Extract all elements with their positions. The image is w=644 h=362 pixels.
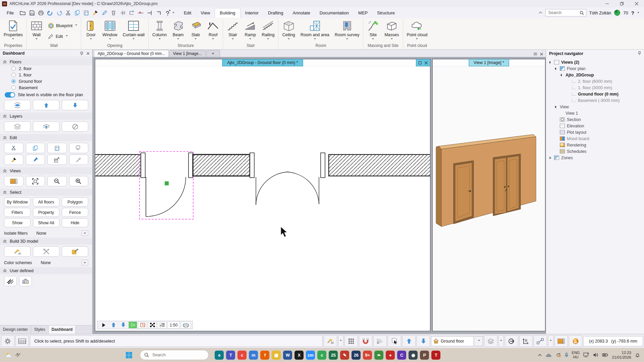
masses-button[interactable]: Masses [382,19,401,43]
build-3d-button[interactable]: 3D [4,246,31,257]
menu-edit[interactable]: Edit [179,8,196,17]
floor-option-basement[interactable]: Basement [0,84,92,91]
taskbar-app-chrome-profile[interactable]: c [317,351,326,360]
tree-item-elevation[interactable]: Elevation [546,123,644,129]
tab-dashboard[interactable]: Dashboard [49,325,76,334]
save-icon[interactable] [28,9,36,17]
menu-view[interactable]: View [196,8,215,17]
select-show-all-button[interactable]: Show All [33,218,59,227]
tree-item-view[interactable]: View [546,104,644,110]
tree-item-views-2[interactable]: Views (2) [546,59,644,65]
zoom-in-button[interactable] [69,176,89,186]
notifications-bell-icon[interactable]: z [635,353,640,358]
ramp-button[interactable]: Ramp [241,19,259,43]
window-close-icon[interactable] [425,61,428,64]
taskbar-app-paint-app[interactable]: P [420,351,429,360]
polyline-mode-button[interactable] [534,335,547,347]
floor-down-icon[interactable] [119,321,127,328]
floor-down-status-button[interactable] [417,335,430,347]
door-button[interactable]: Door [82,19,100,43]
layers-dropdown[interactable] [498,335,504,347]
active-floor-dropdown[interactable] [475,336,483,346]
section-header-edit[interactable]: Edit [0,134,92,141]
drawing-scale[interactable]: 1:50 [167,321,180,328]
copy-properties-button[interactable] [69,143,89,153]
collapse-ribbon-icon[interactable] [539,11,542,14]
section-header-views[interactable]: Views [0,167,92,174]
tree-item-mood-board[interactable]: Mood board [546,135,644,142]
taskbar-app-c-app[interactable]: C [397,351,406,360]
view-3d-window[interactable]: View 1 [Image] * [432,59,545,331]
view-3d-window-title[interactable]: View 1 [Image] * [469,59,509,66]
blueprint-button[interactable]: Blueprint [46,22,79,29]
isolate-filters-value[interactable]: None [36,231,46,236]
clock-widget[interactable]: 12:2321/01/2026 [612,350,631,360]
floorplan-display-icon[interactable] [138,321,147,328]
view-3d-canvas[interactable] [433,66,545,331]
magic-wand-button[interactable] [69,155,89,165]
collapse-icon[interactable] [560,74,564,76]
railing-button[interactable]: Railing [259,19,277,43]
pin-icon[interactable] [638,51,641,55]
floor-up-icon[interactable] [109,321,118,328]
new-view-button[interactable] [4,176,23,186]
help-dropdown-caret[interactable] [637,12,639,14]
copy-icon[interactable] [73,9,82,17]
search-icon[interactable] [580,11,584,15]
menu-annotate[interactable]: Annotate [288,8,315,17]
ceiling-button[interactable]: Ceiling [279,19,298,43]
undo-icon[interactable] [46,9,54,17]
pen-icon[interactable] [100,9,109,17]
new-tab-button[interactable]: + [206,50,220,57]
paste-icon[interactable] [82,9,91,17]
polyline-dropdown[interactable] [548,335,553,347]
floor-up-button[interactable] [33,100,59,110]
new-image-view-button[interactable] [554,335,568,347]
active-floor-select[interactable]: 1 Ground floor [431,336,474,346]
grid-toggle-button[interactable] [344,335,358,347]
hatch-display-icon[interactable] [148,321,157,328]
weather-widget[interactable]: -5° [0,352,26,358]
pin-icon[interactable] [80,52,83,55]
trim-icon[interactable] [146,9,154,17]
taskbar-app-pin-app[interactable]: ● [386,351,395,360]
what-is-this-icon[interactable] [164,9,172,17]
modify-dimension-icon[interactable] [127,9,136,17]
slab-button[interactable]: Slab [187,19,204,43]
floorplan-window-title[interactable]: Ajto_2DGroup - Ground floor (0 mm) * [222,59,303,66]
isolate-filters-dropdown[interactable] [82,230,88,236]
floorplan-window-header[interactable]: Ajto_2DGroup - Ground floor (0 mm) * [95,59,430,66]
site-button[interactable]: Site [364,19,382,43]
section-header-select[interactable]: Select [0,189,92,196]
floor-option-2[interactable]: 2. floor [0,65,92,72]
curtain-wall-button[interactable]: Curtain wall [120,19,147,43]
maximize-button[interactable] [614,0,629,7]
select-property-button[interactable]: Property [33,208,59,217]
select-mode-button[interactable] [388,335,401,347]
color-schemes-value[interactable]: None [41,260,51,265]
taskbar-app-firefox[interactable]: f [260,351,269,360]
tab-design-center[interactable]: Design center [0,325,31,334]
taskbar-app-photos[interactable]: 26 [352,351,361,360]
properties-button[interactable]: Properties [1,19,25,43]
wall-display-mode-icon[interactable] [128,321,137,328]
floorplan-canvas[interactable]: 1:50 [95,66,430,331]
tree-item-1-floor-3000-mm[interactable]: 1. floor (3000 mm) [546,84,644,91]
cut-icon[interactable] [64,9,72,17]
tree-item-plot-layout[interactable]: Plot layout [546,129,644,135]
tree-item-schedules[interactable]: Schedules [546,148,644,155]
section-header-build-3d[interactable]: Build 3D model [0,238,92,245]
floor-down-button[interactable] [62,100,88,110]
search-input[interactable] [548,10,580,15]
taskbar-app-zoom[interactable]: zm [306,351,315,360]
floorplan-window[interactable]: Ajto_2DGroup - Ground floor (0 mm) * [95,59,430,331]
user-hatch-button[interactable] [4,276,17,286]
taskbar-app-media-app[interactable]: m [249,351,258,360]
help-button[interactable]: ? [631,10,634,16]
taskbar-search-input[interactable] [152,352,204,358]
menu-mep[interactable]: MEP [354,8,372,17]
snap-toggle-button[interactable] [359,335,372,347]
delete-icon[interactable] [109,9,118,17]
section-header-user-defined[interactable]: User defined [0,267,92,274]
tree-item-floor-plan[interactable]: Floor plan [546,65,644,72]
